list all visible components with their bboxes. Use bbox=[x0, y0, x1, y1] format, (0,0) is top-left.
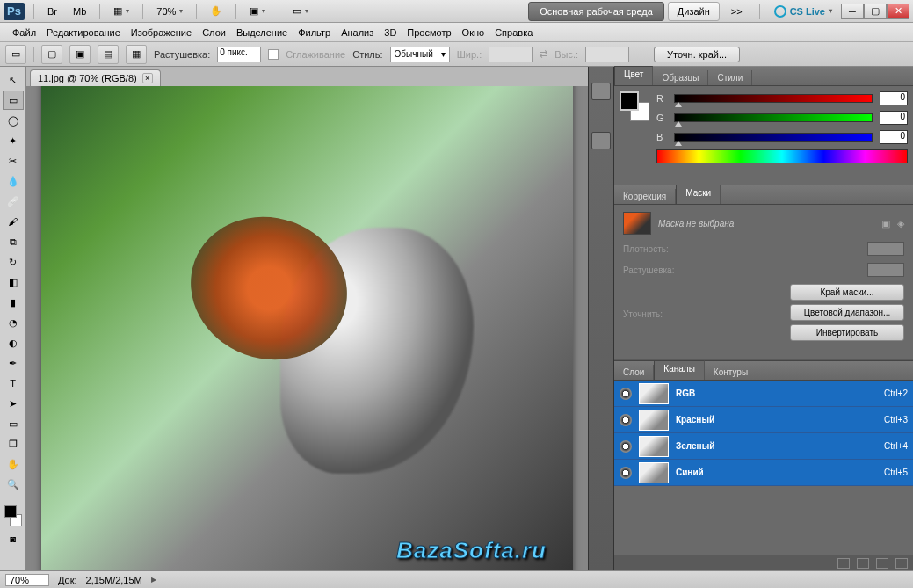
gradient-tool[interactable]: ▮ bbox=[3, 293, 24, 312]
tab-color[interactable]: Цвет bbox=[614, 66, 653, 85]
stamp-tool[interactable]: ⧉ bbox=[3, 232, 24, 251]
zoom-field[interactable]: 70% bbox=[5, 574, 49, 586]
g-value[interactable]: 0 bbox=[880, 111, 908, 125]
load-channel-icon[interactable] bbox=[837, 558, 850, 569]
menu-analysis[interactable]: Анализ bbox=[336, 25, 379, 40]
visibility-icon[interactable] bbox=[620, 440, 632, 453]
lasso-tool[interactable]: ◯ bbox=[3, 111, 24, 130]
zoom-level-dropdown[interactable]: 70%▾ bbox=[149, 4, 191, 19]
menu-3d[interactable]: 3D bbox=[379, 25, 402, 40]
history-brush-tool[interactable]: ↻ bbox=[3, 252, 24, 272]
close-button[interactable]: ✕ bbox=[887, 4, 909, 19]
screen-mode-dropdown[interactable]: ▭▾ bbox=[285, 3, 316, 19]
spectrum-bar[interactable] bbox=[656, 149, 908, 163]
arrange-docs-dropdown[interactable]: ▣▾ bbox=[242, 3, 273, 19]
menu-edit[interactable]: Редактирование bbox=[41, 25, 126, 40]
subtract-selection-button[interactable]: ▤ bbox=[98, 45, 119, 64]
menu-image[interactable]: Изображение bbox=[126, 25, 197, 40]
add-selection-button[interactable]: ▣ bbox=[69, 45, 91, 64]
menu-file[interactable]: Файл bbox=[7, 25, 41, 40]
path-selection-tool[interactable]: ➤ bbox=[3, 394, 24, 413]
type-tool[interactable]: T bbox=[3, 374, 24, 393]
foreground-color[interactable] bbox=[4, 505, 17, 518]
channel-rgb[interactable]: RGB Ctrl+2 bbox=[614, 381, 913, 407]
r-value[interactable]: 0 bbox=[880, 91, 908, 105]
eraser-tool[interactable]: ◧ bbox=[3, 272, 24, 292]
channel-green[interactable]: Зеленый Ctrl+4 bbox=[614, 433, 913, 460]
quickmask-button[interactable]: ◙ bbox=[3, 529, 24, 548]
brush-tool[interactable]: 🖌 bbox=[3, 212, 24, 231]
crop-tool[interactable]: ✂ bbox=[3, 151, 24, 171]
hand-tool-button[interactable]: ✋ bbox=[202, 3, 230, 19]
style-select[interactable]: Обычный bbox=[390, 47, 450, 62]
menu-bar: Файл Редактирование Изображение Слои Выд… bbox=[0, 23, 913, 42]
vector-mask-icon[interactable]: ◈ bbox=[897, 218, 904, 229]
delete-channel-icon[interactable] bbox=[895, 558, 908, 569]
channel-blue[interactable]: Синий Ctrl+5 bbox=[614, 460, 913, 486]
antialias-checkbox[interactable] bbox=[268, 49, 279, 60]
tab-masks[interactable]: Маски bbox=[676, 185, 721, 204]
g-slider[interactable] bbox=[674, 113, 873, 122]
view-extras-dropdown[interactable]: ▦▾ bbox=[105, 3, 137, 19]
visibility-icon[interactable] bbox=[620, 414, 632, 426]
zoom-tool[interactable]: 🔍 bbox=[3, 475, 24, 494]
panel-color-swatches[interactable] bbox=[620, 91, 649, 121]
tab-channels[interactable]: Каналы bbox=[654, 360, 705, 380]
channel-red[interactable]: Красный Ctrl+3 bbox=[614, 407, 913, 433]
document-tab[interactable]: 11.jpg @ 70% (RGB/8) × bbox=[30, 69, 161, 86]
new-channel-icon[interactable] bbox=[876, 558, 888, 569]
close-tab-button[interactable]: × bbox=[142, 73, 153, 83]
canvas-viewport[interactable]: BazaSofta.ru bbox=[26, 86, 588, 570]
minibridge-button[interactable]: Mb bbox=[65, 4, 94, 19]
b-value[interactable]: 0 bbox=[880, 130, 908, 144]
mask-thumbnail bbox=[623, 212, 651, 235]
mask-edge-button[interactable]: Край маски... bbox=[790, 284, 904, 301]
r-slider[interactable] bbox=[674, 94, 873, 103]
status-arrow-icon[interactable]: ▶ bbox=[151, 576, 156, 584]
dodge-tool[interactable]: ◐ bbox=[3, 333, 24, 352]
tab-paths[interactable]: Контуры bbox=[705, 365, 757, 380]
move-tool[interactable]: ↖ bbox=[3, 70, 24, 90]
pixel-mask-icon[interactable]: ▣ bbox=[881, 218, 890, 229]
tab-layers[interactable]: Слои bbox=[614, 365, 654, 380]
shape-tool[interactable]: ▭ bbox=[3, 414, 24, 433]
wand-tool[interactable]: ✦ bbox=[3, 131, 24, 150]
tab-styles[interactable]: Стили bbox=[708, 70, 752, 85]
healing-tool[interactable]: 🩹 bbox=[3, 192, 24, 211]
3d-tool[interactable]: ❒ bbox=[3, 434, 24, 454]
refine-edge-button[interactable]: Уточн. край... bbox=[654, 47, 740, 62]
workspace-design-button[interactable]: Дизайн bbox=[668, 2, 720, 21]
color-swatches[interactable] bbox=[3, 504, 24, 528]
marquee-tool[interactable]: ▭ bbox=[3, 91, 24, 110]
save-selection-icon[interactable] bbox=[857, 558, 869, 569]
menu-filter[interactable]: Фильтр bbox=[293, 25, 336, 40]
menu-layers[interactable]: Слои bbox=[197, 25, 231, 40]
brushes-panel-icon[interactable] bbox=[591, 132, 611, 149]
menu-help[interactable]: Справка bbox=[489, 25, 538, 40]
menu-select[interactable]: Выделение bbox=[231, 25, 293, 40]
visibility-icon[interactable] bbox=[620, 467, 632, 479]
blur-tool[interactable]: ◔ bbox=[3, 313, 24, 332]
intersect-selection-button[interactable]: ▦ bbox=[126, 45, 147, 64]
new-selection-button[interactable]: ▢ bbox=[41, 45, 62, 64]
maximize-button[interactable]: ▢ bbox=[864, 4, 887, 19]
cs-live-button[interactable]: CS Live▾ bbox=[769, 5, 837, 18]
color-range-button[interactable]: Цветовой диапазон... bbox=[790, 304, 904, 321]
workspace-more-button[interactable]: >> bbox=[723, 4, 750, 19]
tab-swatches[interactable]: Образцы bbox=[653, 70, 708, 85]
b-slider[interactable] bbox=[674, 133, 873, 142]
invert-button[interactable]: Инвертировать bbox=[790, 324, 904, 341]
tool-preset-button[interactable]: ▭ bbox=[5, 45, 26, 64]
bridge-button[interactable]: Br bbox=[40, 4, 65, 19]
visibility-icon[interactable] bbox=[620, 388, 632, 400]
feather-input[interactable]: 0 пикс. bbox=[217, 47, 261, 62]
eyedropper-tool[interactable]: 💧 bbox=[3, 171, 24, 191]
minibridge-panel-icon[interactable] bbox=[591, 83, 611, 100]
tab-adjustments[interactable]: Коррекция bbox=[614, 189, 676, 204]
workspace-main-button[interactable]: Основная рабочая среда bbox=[528, 2, 664, 21]
menu-window[interactable]: Окно bbox=[457, 25, 490, 40]
minimize-button[interactable]: ─ bbox=[841, 4, 864, 19]
menu-view[interactable]: Просмотр bbox=[402, 25, 456, 40]
pen-tool[interactable]: ✒ bbox=[3, 353, 24, 373]
hand-tool[interactable]: ✋ bbox=[3, 454, 24, 474]
